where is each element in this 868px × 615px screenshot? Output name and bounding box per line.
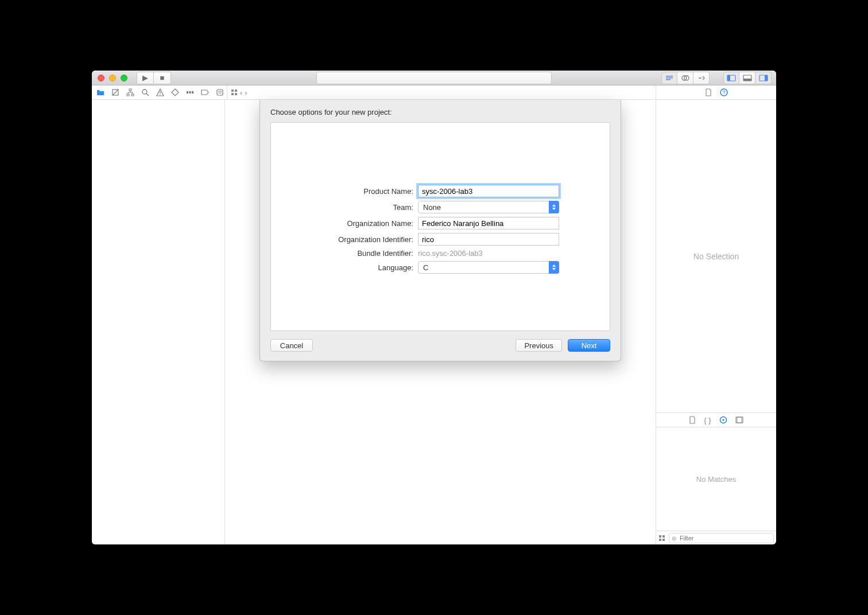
previous-button[interactable]: Previous: [516, 339, 562, 352]
library-filter-field[interactable]: [669, 533, 774, 543]
no-selection-label: No Selection: [693, 252, 739, 261]
language-select[interactable]: C: [418, 261, 559, 274]
product-name-row: Product Name:: [288, 185, 592, 197]
window-controls: [92, 75, 127, 81]
version-editor-button[interactable]: [693, 72, 710, 84]
help-icon: ?: [720, 88, 728, 96]
updown-icon: [549, 201, 559, 213]
editor-mode-segment: [661, 72, 710, 84]
navigator-tabs: [92, 88, 225, 96]
braces-icon: { }: [704, 416, 711, 425]
filter-icon: ⊜: [672, 535, 676, 541]
hierarchy-icon: [126, 88, 134, 96]
test-navigator-tab[interactable]: [171, 88, 180, 96]
library-area: { } No Matches: [656, 412, 776, 544]
close-window-button[interactable]: [98, 75, 104, 81]
org-name-label: Organization Name:: [288, 219, 418, 228]
svg-rect-20: [192, 91, 193, 94]
org-name-field[interactable]: [418, 217, 559, 229]
bundle-id-value: rico.sysc-2006-lab3: [418, 249, 483, 258]
object-library-tab[interactable]: [719, 416, 727, 424]
navigator-tab-bar: ‹ › ?: [92, 85, 776, 100]
standard-editor-icon: [665, 75, 673, 81]
svg-rect-1: [666, 77, 673, 79]
svg-rect-25: [235, 93, 237, 95]
next-button[interactable]: Next: [568, 339, 610, 352]
svg-rect-12: [129, 89, 131, 91]
org-id-field[interactable]: [418, 233, 559, 246]
team-row: Team: None: [288, 201, 592, 213]
cancel-button[interactable]: Cancel: [270, 339, 313, 352]
find-navigator-tab[interactable]: [141, 88, 150, 96]
go-forward-button[interactable]: ›: [245, 88, 247, 97]
project-navigator-tab[interactable]: [96, 88, 106, 96]
right-panel-icon: [759, 75, 768, 81]
quick-help-inspector-tab[interactable]: ?: [720, 88, 728, 96]
svg-rect-24: [231, 93, 234, 95]
inspector-area: No Selection { }: [656, 100, 776, 544]
bundle-id-row: Bundle Identifier: rico.sysc-2006-lab3: [288, 249, 592, 258]
standard-editor-button[interactable]: [661, 72, 677, 84]
go-back-button[interactable]: ‹: [240, 88, 242, 97]
minimize-window-button[interactable]: [109, 75, 116, 81]
svg-rect-8: [743, 79, 751, 81]
file-template-library-tab[interactable]: [689, 416, 696, 424]
file-inspector-tab[interactable]: [705, 88, 712, 96]
inspector-tab-bar: ?: [656, 85, 776, 99]
language-row: Language: C: [288, 261, 592, 274]
source-control-navigator-tab[interactable]: [111, 88, 121, 96]
breakpoint-navigator-tab[interactable]: [201, 88, 210, 96]
svg-rect-16: [160, 91, 160, 94]
language-value: C: [423, 263, 428, 272]
code-snippet-library-tab[interactable]: { }: [704, 416, 711, 425]
svg-rect-21: [217, 89, 223, 95]
run-button[interactable]: ▶: [137, 72, 154, 84]
related-items-button[interactable]: [231, 89, 238, 96]
version-editor-icon: [698, 75, 706, 81]
toggle-debug-button[interactable]: [739, 72, 755, 84]
svg-rect-23: [235, 89, 237, 92]
team-select[interactable]: None: [418, 201, 559, 213]
chevron-left-icon: ‹: [240, 88, 242, 97]
inspector-content: No Selection: [656, 100, 776, 412]
navigator-area: [92, 100, 225, 544]
toggle-inspector-button[interactable]: [755, 72, 772, 84]
media-library-tab[interactable]: [735, 417, 743, 423]
svg-rect-14: [131, 94, 134, 96]
symbol-navigator-tab[interactable]: [126, 88, 135, 96]
svg-rect-31: [737, 417, 742, 423]
issue-navigator-tab[interactable]: [156, 88, 165, 96]
xcode-window: ▶ ■: [92, 71, 776, 544]
bottom-panel-icon: [743, 75, 752, 81]
product-name-field[interactable]: [418, 185, 559, 197]
stop-button[interactable]: ■: [154, 72, 171, 84]
debug-navigator-tab[interactable]: [186, 88, 195, 96]
bundle-id-label: Bundle Identifier:: [288, 249, 418, 258]
play-icon: ▶: [142, 74, 148, 81]
grid-icon: [231, 89, 238, 96]
grid-icon: [658, 535, 665, 542]
svg-rect-13: [127, 94, 129, 96]
zoom-window-button[interactable]: [121, 75, 127, 81]
svg-rect-17: [160, 94, 160, 95]
library-view-toggle[interactable]: [658, 535, 665, 542]
assistant-editor-icon: [681, 75, 689, 81]
svg-text:?: ?: [722, 89, 725, 95]
svg-rect-33: [662, 535, 665, 538]
svg-rect-19: [189, 91, 191, 94]
svg-rect-10: [765, 75, 768, 81]
svg-rect-22: [231, 89, 234, 92]
file-icon: [705, 88, 712, 96]
updown-icon: [549, 261, 559, 274]
report-navigator-tab[interactable]: [216, 88, 225, 96]
folder-icon: [96, 88, 104, 96]
workspace-body: Choose options for your new project: Pro…: [92, 100, 776, 544]
toggle-navigator-button[interactable]: [723, 72, 739, 84]
assistant-editor-button[interactable]: [677, 72, 693, 84]
warning-icon: [156, 88, 164, 96]
library-tab-bar: { }: [656, 413, 776, 427]
source-control-icon: [111, 88, 119, 96]
panel-toggle-segment: [723, 72, 772, 84]
svg-rect-35: [662, 539, 665, 541]
media-icon: [735, 417, 743, 423]
